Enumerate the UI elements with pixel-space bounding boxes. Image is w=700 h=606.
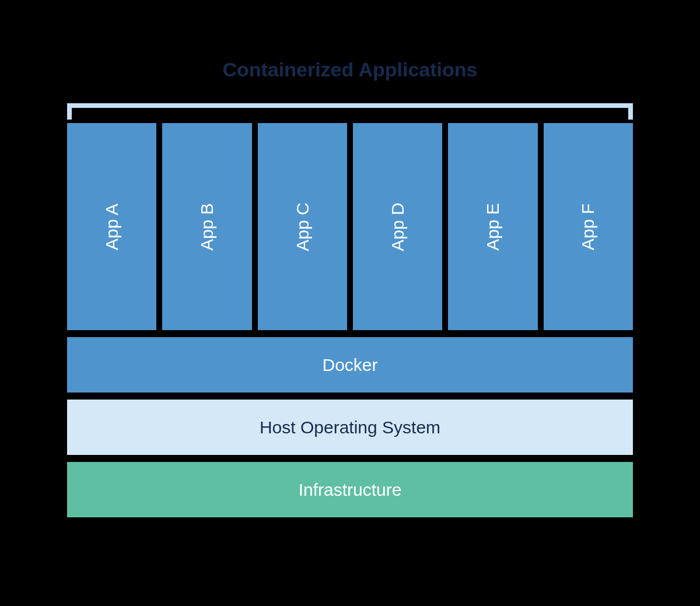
app-label: App B xyxy=(197,203,217,251)
app-label: App D xyxy=(388,202,408,251)
app-label: App C xyxy=(292,202,312,251)
app-box-e: App E xyxy=(448,123,537,330)
container-architecture-diagram: Containerized Applications App A App B A… xyxy=(67,58,633,517)
app-box-d: App D xyxy=(353,123,442,330)
app-label: App E xyxy=(483,203,503,251)
docker-layer: Docker xyxy=(67,337,633,393)
app-box-b: App B xyxy=(162,123,251,330)
app-label: App F xyxy=(578,203,598,250)
apps-bracket xyxy=(67,103,633,120)
app-box-a: App A xyxy=(67,123,156,330)
infrastructure-layer: Infrastructure xyxy=(67,462,633,517)
host-os-layer: Host Operating System xyxy=(67,400,633,455)
diagram-title: Containerized Applications xyxy=(67,58,633,81)
app-box-c: App C xyxy=(258,123,347,330)
apps-row: App A App B App C App D App E App F xyxy=(67,123,633,330)
app-label: App A xyxy=(102,203,122,250)
app-box-f: App F xyxy=(544,123,633,330)
